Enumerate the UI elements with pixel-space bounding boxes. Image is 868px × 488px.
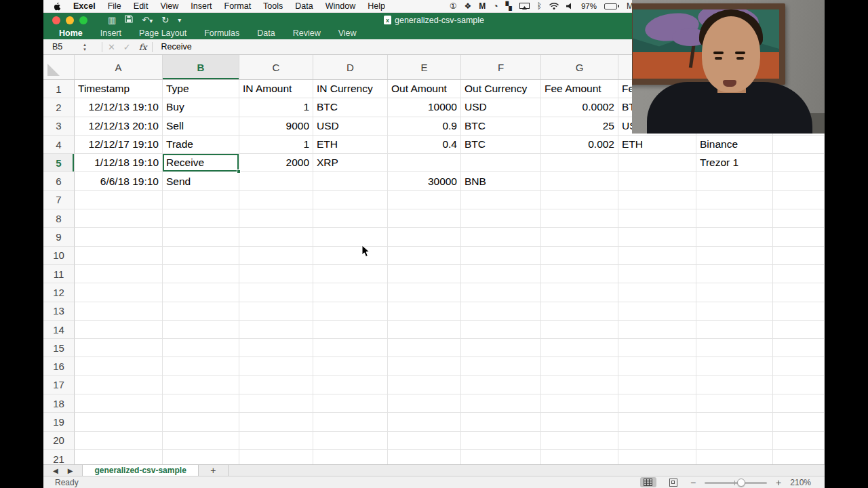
cell-E10[interactable] xyxy=(388,247,461,265)
cell-B6[interactable]: Send xyxy=(163,172,239,190)
cell-F11[interactable] xyxy=(461,265,541,283)
cell-C2[interactable]: 1 xyxy=(239,98,313,117)
row-header-21[interactable]: 21 xyxy=(43,450,75,464)
cell-G18[interactable] xyxy=(541,394,618,413)
ribbon-tab-insert[interactable]: Insert xyxy=(92,28,130,38)
cell-F5[interactable] xyxy=(461,154,541,172)
ribbon-tab-data[interactable]: Data xyxy=(248,28,283,38)
row-header-6[interactable]: 6 xyxy=(43,172,75,190)
zoom-slider[interactable] xyxy=(705,479,767,487)
cell-H17[interactable] xyxy=(618,376,696,394)
cell-F3[interactable]: BTC xyxy=(461,117,541,136)
row-header-3[interactable]: 3 xyxy=(43,117,75,136)
cell-C17[interactable] xyxy=(239,376,313,394)
cell-F20[interactable] xyxy=(461,432,541,450)
cell-B21[interactable] xyxy=(163,450,239,464)
cell-C4[interactable]: 1 xyxy=(239,136,313,154)
row-header-10[interactable]: 10 xyxy=(43,247,75,265)
cell-D9[interactable] xyxy=(313,228,388,246)
cell-H12[interactable] xyxy=(618,283,696,302)
column-header-A[interactable]: A xyxy=(75,55,163,79)
cell-F21[interactable] xyxy=(461,450,541,464)
column-header-C[interactable]: C xyxy=(239,55,313,79)
cell-B2[interactable]: Buy xyxy=(163,98,239,117)
cell-F7[interactable] xyxy=(461,191,541,209)
cell-D20[interactable] xyxy=(313,432,388,450)
cell-H20[interactable] xyxy=(618,432,696,450)
cell-E16[interactable] xyxy=(388,357,461,375)
cell-J9[interactable] xyxy=(773,228,825,246)
cell-J5[interactable] xyxy=(773,154,825,172)
confirm-entry-icon[interactable]: ✓ xyxy=(123,42,131,52)
cell-I15[interactable] xyxy=(696,339,773,357)
zoom-window-button[interactable] xyxy=(79,16,87,24)
cell-E6[interactable]: 30000 xyxy=(388,172,461,190)
next-sheet-icon[interactable]: ▶ xyxy=(68,467,73,474)
battery-icon[interactable] xyxy=(604,3,619,9)
cell-G7[interactable] xyxy=(541,191,618,209)
zoom-slider-handle[interactable] xyxy=(737,479,745,487)
cell-E1[interactable]: Out Amount xyxy=(388,80,461,98)
cell-C6[interactable] xyxy=(239,172,313,190)
cell-F15[interactable] xyxy=(461,339,541,357)
column-header-B[interactable]: B xyxy=(163,55,239,79)
row-header-12[interactable]: 12 xyxy=(43,283,75,302)
cell-F8[interactable] xyxy=(461,209,541,228)
cell-I7[interactable] xyxy=(696,191,773,209)
cell-H5[interactable] xyxy=(618,154,696,172)
cell-I13[interactable] xyxy=(696,302,773,321)
cell-A7[interactable] xyxy=(75,191,163,209)
cell-H7[interactable] xyxy=(618,191,696,209)
zoom-in-button[interactable]: + xyxy=(776,477,781,488)
save-icon[interactable] xyxy=(125,15,133,25)
menu-item-excel[interactable]: Excel xyxy=(67,1,102,11)
cell-J6[interactable] xyxy=(773,172,825,190)
insert-function-icon[interactable]: fx xyxy=(139,42,147,52)
cell-I8[interactable] xyxy=(696,209,773,228)
cell-J17[interactable] xyxy=(773,376,825,394)
cell-A11[interactable] xyxy=(75,265,163,283)
cell-H14[interactable] xyxy=(618,321,696,339)
cell-J15[interactable] xyxy=(773,339,825,357)
cell-H9[interactable] xyxy=(618,228,696,246)
volume-icon[interactable] xyxy=(566,3,574,9)
cell-B16[interactable] xyxy=(163,357,239,375)
cell-I11[interactable] xyxy=(696,265,773,283)
cell-G2[interactable]: 0.0002 xyxy=(541,98,618,117)
row-header-16[interactable]: 16 xyxy=(43,357,75,375)
selection-fill-handle[interactable] xyxy=(237,169,241,174)
cell-D2[interactable]: BTC xyxy=(313,98,388,117)
cell-E2[interactable]: 10000 xyxy=(388,98,461,117)
menu-item-format[interactable]: Format xyxy=(218,1,258,11)
wifi-icon[interactable] xyxy=(549,3,559,9)
cell-D17[interactable] xyxy=(313,376,388,394)
cell-I18[interactable] xyxy=(696,394,773,413)
cell-I17[interactable] xyxy=(696,376,773,394)
cell-E17[interactable] xyxy=(388,376,461,394)
cell-A18[interactable] xyxy=(75,394,163,413)
cell-G12[interactable] xyxy=(541,283,618,302)
cell-E9[interactable] xyxy=(388,228,461,246)
cell-A10[interactable] xyxy=(75,247,163,265)
cell-J21[interactable] xyxy=(773,450,825,464)
cell-F17[interactable] xyxy=(461,376,541,394)
cell-C10[interactable] xyxy=(239,247,313,265)
cell-A1[interactable]: Timestamp xyxy=(75,80,163,98)
cell-G11[interactable] xyxy=(541,265,618,283)
cell-B17[interactable] xyxy=(163,376,239,394)
cell-G1[interactable]: Fee Amount xyxy=(541,80,618,98)
cell-A9[interactable] xyxy=(75,228,163,246)
row-header-7[interactable]: 7 xyxy=(43,191,75,209)
cell-J8[interactable] xyxy=(773,209,825,228)
row-header-13[interactable]: 13 xyxy=(43,302,75,321)
cell-I20[interactable] xyxy=(696,432,773,450)
cell-D21[interactable] xyxy=(313,450,388,464)
cell-E4[interactable]: 0.4 xyxy=(388,136,461,154)
cell-B7[interactable] xyxy=(163,191,239,209)
cancel-entry-icon[interactable]: ✕ xyxy=(108,42,115,52)
cell-F6[interactable]: BNB xyxy=(461,172,541,190)
cell-H10[interactable] xyxy=(618,247,696,265)
circled-one-icon[interactable]: ① xyxy=(450,2,457,10)
cell-H13[interactable] xyxy=(618,302,696,321)
cell-I5[interactable]: Trezor 1 xyxy=(696,154,773,172)
